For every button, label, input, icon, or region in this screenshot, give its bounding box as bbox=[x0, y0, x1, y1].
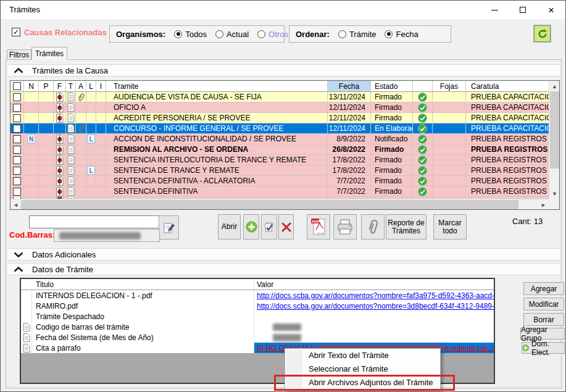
tramite-row[interactable]: NLACCION DE INCONSTITUCIONALIDAD / SE PR… bbox=[10, 134, 549, 144]
horizontal-scroll-thumb[interactable] bbox=[21, 200, 518, 209]
header-status-icon[interactable] bbox=[413, 81, 433, 92]
marcar-todo-button[interactable]: Marcar todo bbox=[433, 214, 467, 240]
valor-cell[interactable] bbox=[254, 311, 494, 322]
radio-organismos-otros[interactable]: Otros bbox=[257, 30, 288, 39]
dato-row[interactable]: Fecha del Sistema (de Mes de Año) bbox=[21, 332, 494, 343]
validate-button[interactable] bbox=[261, 214, 277, 240]
header-valor[interactable]: Valor bbox=[254, 280, 494, 289]
tramite-row[interactable]: ACREDITE PERSONERIA / SE PROVEE12/11/202… bbox=[10, 113, 549, 123]
document-link[interactable]: http://docs.scba.gov.ar/documentos?nombr… bbox=[257, 302, 494, 311]
printer-icon bbox=[336, 219, 354, 236]
scroll-right-icon[interactable]: ► bbox=[538, 199, 549, 210]
plus-circle-icon bbox=[246, 221, 257, 233]
select-all-checkbox[interactable] bbox=[13, 82, 21, 90]
scroll-down-icon[interactable]: ▼ bbox=[549, 188, 560, 199]
dato-row[interactable]: INTERNOS DELEGACION - 1 -.pdfhttp://docs… bbox=[21, 290, 494, 301]
header-fojas[interactable]: Fojas bbox=[433, 81, 466, 92]
row-checkbox[interactable] bbox=[13, 104, 21, 112]
maximize-button[interactable] bbox=[509, 1, 537, 19]
tramite-row[interactable]: AUDIENCIA DE VISTA DE CAUSA - SE FIJA13/… bbox=[10, 92, 549, 102]
row-checkbox[interactable] bbox=[13, 156, 21, 164]
header-caratula[interactable]: Caratula bbox=[466, 81, 549, 92]
radio-ordenar-tramite[interactable]: Trámite bbox=[338, 30, 377, 39]
header-n[interactable]: N bbox=[24, 81, 39, 92]
minimize-button[interactable] bbox=[480, 1, 509, 19]
header-t[interactable]: T bbox=[66, 81, 76, 92]
caratula-cell: PRUEBA CAPACITACION 2 bbox=[466, 113, 549, 123]
tab-filtros[interactable]: Filtros bbox=[7, 49, 31, 60]
grid-cell bbox=[76, 102, 86, 113]
scroll-left-icon[interactable]: ◄ bbox=[10, 199, 21, 210]
header-estado[interactable]: Estado bbox=[371, 81, 413, 92]
agregar-grupo-button[interactable]: Agregar Grupo bbox=[520, 328, 565, 340]
reporte-tramites-button[interactable]: Reporte de Trámites bbox=[386, 214, 427, 240]
row-checkbox[interactable] bbox=[13, 93, 21, 101]
header-titulo[interactable]: Titulo bbox=[32, 280, 254, 289]
dato-row[interactable]: Codigo de barras del trámite bbox=[21, 322, 494, 332]
tramite-row[interactable]: SENTENCIA INTERLOCUTORIA DE TRANCE Y REM… bbox=[10, 155, 549, 165]
tab-tramites[interactable]: Trámites bbox=[31, 47, 67, 60]
attachments-button[interactable] bbox=[361, 214, 385, 240]
tramite-search-input[interactable] bbox=[29, 215, 160, 228]
section-tramites-de-la-causa[interactable]: Trámites de la Causa bbox=[7, 64, 560, 77]
row-checkbox[interactable] bbox=[13, 177, 21, 185]
fojas-cell bbox=[433, 165, 466, 176]
header-p[interactable]: P bbox=[39, 81, 54, 92]
horizontal-scrollbar[interactable]: ◄ ► bbox=[10, 199, 549, 209]
header-i[interactable]: I bbox=[96, 81, 106, 92]
vertical-scrollbar[interactable]: ▲ ▼ bbox=[549, 81, 559, 199]
row-checkbox[interactable] bbox=[13, 188, 21, 196]
tramite-row[interactable]: CONCURSO - INFORME GENERAL / SE PROVEE12… bbox=[10, 123, 549, 134]
section-datos-de-tramite[interactable]: Datos de Trámite bbox=[7, 263, 560, 275]
header-l[interactable]: L bbox=[86, 81, 96, 92]
dom-elect-button[interactable]: Dom. Elect. bbox=[522, 342, 565, 354]
title-bar: Trámites × bbox=[1, 1, 565, 19]
header-checkbox-cell[interactable] bbox=[10, 81, 24, 92]
scroll-up-icon[interactable]: ▲ bbox=[549, 81, 560, 91]
valor-cell[interactable]: http://docs.scba.gov.ar/documentos?nombr… bbox=[254, 301, 494, 311]
dato-row[interactable]: Trámite Despachado bbox=[21, 311, 494, 322]
header-f[interactable]: F bbox=[54, 81, 66, 92]
valor-cell[interactable] bbox=[254, 332, 494, 343]
header-a[interactable]: A bbox=[76, 81, 86, 92]
valor-cell[interactable]: http://docs.scba.gov.ar/documentos?nombr… bbox=[254, 290, 494, 301]
causas-relacionadas-checkbox[interactable]: ✓ bbox=[12, 28, 20, 36]
row-checkbox[interactable] bbox=[13, 167, 21, 175]
edit-barcode-button[interactable] bbox=[159, 215, 179, 240]
delete-button[interactable] bbox=[278, 214, 294, 240]
context-menu-item[interactable]: Abrir Texto del Trámite bbox=[285, 349, 440, 362]
grid-cell bbox=[96, 134, 106, 144]
row-checkbox[interactable] bbox=[13, 146, 21, 154]
context-menu-item[interactable]: Seleccionar el Trámite bbox=[285, 362, 440, 376]
agregar-button[interactable]: Agregar bbox=[523, 282, 564, 295]
radio-ordenar-fecha[interactable]: Fecha bbox=[385, 30, 418, 39]
row-checkbox[interactable] bbox=[13, 114, 21, 122]
row-checkbox[interactable] bbox=[13, 135, 21, 143]
close-button[interactable]: × bbox=[537, 1, 565, 19]
modificar-button[interactable]: Modificar bbox=[523, 298, 564, 311]
radio-organismos-todos[interactable]: Todos bbox=[174, 30, 207, 39]
borrar-button[interactable]: Borrar bbox=[523, 313, 564, 326]
tramite-row[interactable]: SENTENCIA DEFINITIVA - ACLARATORIA7/7/20… bbox=[10, 176, 549, 186]
radio-organismos-actual[interactable]: Actual bbox=[215, 30, 249, 39]
section-datos-adicionales[interactable]: Datos Adicionales bbox=[7, 248, 560, 261]
cod-barras-label: Cod.Barras: bbox=[9, 230, 55, 240]
vertical-scroll-thumb[interactable] bbox=[550, 91, 559, 169]
header-tramite[interactable]: Tramite bbox=[106, 81, 328, 92]
refresh-button[interactable] bbox=[534, 25, 551, 42]
cod-barras-input[interactable] bbox=[54, 229, 160, 242]
document-link[interactable]: http://docs.scba.gov.ar/documentos?nombr… bbox=[257, 291, 494, 300]
grid-cell bbox=[24, 92, 39, 102]
header-fecha-sorted[interactable]: Fecha bbox=[328, 81, 371, 92]
tramite-row[interactable]: LSENTENCIA DE TRANCE Y REMATE17/8/2022Fi… bbox=[10, 165, 549, 176]
pdf-button[interactable]: PDF Adobe bbox=[307, 214, 330, 240]
print-button[interactable] bbox=[333, 214, 357, 240]
valor-cell[interactable] bbox=[254, 322, 494, 332]
row-checkbox[interactable] bbox=[13, 125, 21, 133]
dato-row[interactable]: RAMIRO.pdfhttp://docs.scba.gov.ar/docume… bbox=[21, 301, 494, 311]
add-button[interactable] bbox=[243, 214, 259, 240]
abrir-button[interactable]: Abrir bbox=[218, 214, 241, 240]
tramite-row[interactable]: REMISION AL ARCHIVO - SE ORDENA26/8/2022… bbox=[10, 144, 549, 155]
tramite-row[interactable]: SENTENCIA DEFINITIVA7/7/2022FirmadoPRUEB… bbox=[10, 186, 549, 197]
tramite-row[interactable]: OFICIO A12/11/2024FirmadoPRUEBA CAPACITA… bbox=[10, 102, 549, 113]
